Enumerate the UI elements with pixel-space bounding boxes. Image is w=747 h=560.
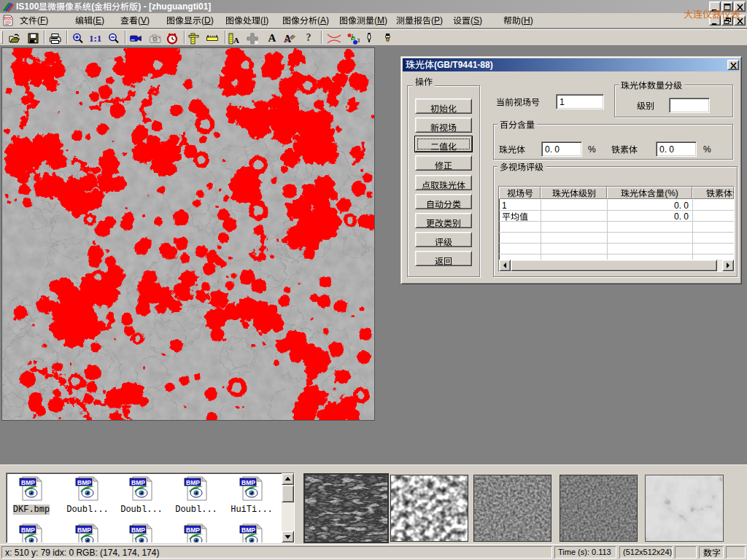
- svg-text:A: A: [284, 34, 292, 44]
- svg-text:DOC: DOC: [4, 16, 12, 20]
- svg-text:A: A: [233, 36, 239, 44]
- svg-text:3: 3: [357, 38, 360, 43]
